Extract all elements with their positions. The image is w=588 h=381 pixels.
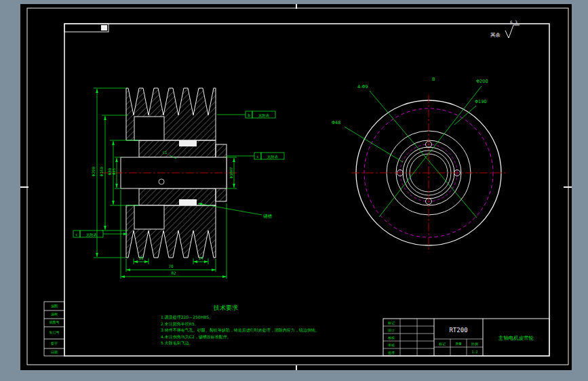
stage-label: 标记 [438, 342, 446, 346]
dim-overall: 82 [171, 270, 176, 275]
label-pitch: Φ190 [475, 99, 487, 104]
margin-row-label: 装订号 [50, 330, 60, 334]
drawing-sheet [20, 4, 572, 370]
callout-c2-letter: c [75, 232, 78, 237]
sign-label: 校核 [387, 336, 395, 340]
sign-label: 设计 [387, 328, 395, 332]
roughness-value: 6.3 [510, 20, 517, 24]
dim-bore: Φ38H7 [229, 167, 233, 179]
hub-web-top [139, 140, 216, 157]
drawing-number: RT200 [449, 327, 467, 334]
margin-row-label: 底图号 [50, 320, 60, 325]
callout-c1-text: 见附表 [267, 155, 279, 159]
scale-value: 1:2 [471, 350, 477, 354]
keyway-label: 键槽 [262, 214, 273, 219]
section-mark: B [432, 77, 435, 82]
tech-req-line: 1.调质处理220～250HBS。 [161, 315, 213, 320]
tech-req-line: 2.未注圆角半径R5。 [161, 321, 199, 327]
keyway-bottom [179, 199, 197, 205]
label-holes: 4-Φ9 [357, 84, 368, 89]
sign-label: 审核 [388, 343, 395, 347]
part-name: 主轴电机皮带轮 [498, 335, 534, 341]
relief-window-bottom [134, 205, 164, 229]
sign-label: 批准 [388, 350, 395, 355]
dim-tooth2: 14 [198, 256, 203, 260]
margin-row-label: 描图 [51, 304, 58, 308]
drawing-canvas: 其余 6.3 [0, 0, 588, 381]
stage-label: 比例 [471, 342, 478, 346]
dim-groove: Φ160 [99, 166, 104, 176]
hub-web-bottom [139, 188, 216, 205]
sign-label: 标记 [387, 321, 395, 325]
dim-outer: Φ200 [91, 166, 96, 176]
dim-tooth1: 19 [138, 256, 144, 260]
margin-row-label: 描校 [51, 312, 58, 317]
tech-req-line: 5.去除毛刺飞边。 [161, 340, 193, 346]
callout-c1-letter: c [256, 154, 259, 159]
margin-row-label: 签字 [51, 341, 58, 346]
tech-req-line: 4.未注倒角均为C2，键槽按标准配作。 [161, 334, 231, 340]
keyway-top [179, 140, 197, 146]
margin-row-label: 日期 [51, 350, 58, 355]
frame-corner-mark [101, 25, 107, 31]
dim-width: 70 [168, 264, 174, 268]
dim-hub: Φ80 [107, 167, 112, 175]
surface-note-text: 其余 [490, 32, 501, 38]
tech-req-title: 技术要求 [213, 304, 238, 311]
cad-drawing-page: 其余 6.3 [0, 0, 588, 381]
label-outer: Φ200 [476, 79, 488, 84]
callout-c2-text: 见附表 [86, 233, 98, 237]
callout-b-letter: b [248, 113, 250, 117]
dim-snout: Φ45 [112, 168, 116, 175]
relief-window-top [134, 117, 164, 140]
tech-req-line: 3.铸件不得有气孔、砂眼、裂纹等缺陷，铸造后进行时效处理，消除内应力，锐边倒钝。 [161, 327, 319, 333]
callout-b-text: 见附表 [258, 113, 270, 118]
chamfer-label: C1 [163, 151, 168, 155]
label-hub: Φ48 [332, 120, 340, 125]
stage-label: 质量 [455, 342, 462, 346]
